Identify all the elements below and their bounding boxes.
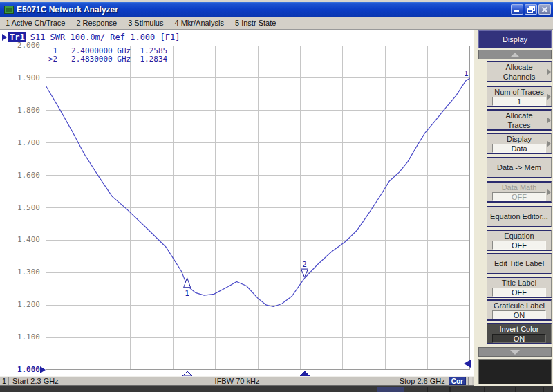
- softkey-label: Invert Color: [487, 324, 551, 334]
- y-axis-label: 1.100: [6, 333, 40, 342]
- taskbar-divider: [484, 387, 485, 392]
- y-axis-label: 2.000: [6, 41, 40, 50]
- softkey-right-arrow-icon: [547, 93, 551, 100]
- y-axis-label: 1.300: [6, 268, 40, 277]
- y-axis-label: 1.800: [6, 106, 40, 115]
- y-axis-label: 1.000: [6, 365, 40, 375]
- softkey-value: ON: [492, 334, 546, 343]
- softkey-scroll-up-button[interactable]: [478, 50, 552, 59]
- up-arrow-icon: [510, 53, 520, 57]
- menu-item-4-mkr-analysis[interactable]: 4 Mkr/Analysis: [169, 17, 229, 28]
- active-trace-arrow-icon: [2, 34, 7, 41]
- svg-text:1: 1: [185, 289, 189, 298]
- y-axis-label: 1.600: [6, 171, 40, 180]
- app-icon: [4, 6, 14, 14]
- instrument-screen: Tr1 S11 SWR 100.0m/ Ref 1.000 [F1] 2.000…: [0, 30, 474, 376]
- correction-badge: Cor: [449, 377, 466, 385]
- title-bar[interactable]: E5071C Network Analyzer: [0, 2, 553, 17]
- softkey-label: Data Math: [487, 183, 551, 192]
- y-axis-label: 1.200: [6, 300, 40, 310]
- softkey-label: Channels: [487, 72, 551, 82]
- softkey-right-arrow-icon: [547, 140, 551, 147]
- taskbar-divider: [427, 387, 428, 392]
- softkey-value: OFF: [492, 241, 546, 250]
- sweep-position-arrow-icon: [464, 360, 471, 368]
- menu-item-3-stimulus[interactable]: 3 Stimulus: [122, 17, 169, 28]
- softkey-graticule-label[interactable]: Graticule LabelON: [487, 299, 552, 321]
- softkey-value: Data: [492, 144, 546, 153]
- softkey-label: Equation Editor...: [487, 207, 551, 225]
- svg-text:2: 2: [302, 260, 307, 269]
- softkey-label: Data -> Mem: [487, 158, 551, 176]
- taskbar-divider: [449, 387, 451, 392]
- softkey-panel-empty-area: [478, 359, 552, 384]
- trace-plot: 112: [46, 46, 470, 370]
- analyzer-window: E5071C Network Analyzer 1 Active Ch/Trac…: [0, 0, 553, 392]
- window-title: E5071C Network Analyzer: [17, 5, 509, 15]
- marker-readout: 1 2.4000000 GHz 1.2585 >2 2.4830000 GHz …: [48, 47, 167, 64]
- softkey-label: Traces: [487, 120, 551, 130]
- status-bar: 1 Start 2.3 GHz IFBW 70 kHz Stop 2.6 GHz…: [0, 376, 474, 386]
- taskbar-divider: [515, 387, 516, 392]
- y-axis-label: 1.400: [6, 235, 40, 245]
- softkey-allocate-channels[interactable]: AllocateChannels: [487, 61, 552, 82]
- softkey-right-arrow-icon: [547, 117, 551, 124]
- reference-level-arrow-icon: [40, 366, 46, 373]
- softkey-value: 1: [492, 97, 546, 106]
- softkey-value: OFF: [492, 192, 546, 201]
- menu-item-1-active-ch-trace[interactable]: 1 Active Ch/Trace: [0, 17, 71, 28]
- softkey-data-math[interactable]: Data MathOFF: [487, 181, 552, 203]
- plot-area: 112: [46, 46, 470, 370]
- status-spacer: [468, 377, 472, 385]
- softkey-label: Title Label: [487, 278, 551, 288]
- restore-button[interactable]: [525, 4, 537, 15]
- taskbar-segment: [377, 387, 404, 392]
- softkey-invert-color[interactable]: Invert ColorON: [487, 323, 552, 344]
- softkey-num-of-traces[interactable]: Num of Traces1: [487, 86, 552, 107]
- y-axis-label: 1.900: [6, 73, 40, 83]
- softkey-equation-editor[interactable]: Equation Editor...: [487, 206, 552, 227]
- softkey-right-arrow-icon: [547, 189, 551, 196]
- softkey-right-arrow-icon: [547, 68, 551, 75]
- minimize-icon: [514, 10, 519, 12]
- close-button[interactable]: [538, 4, 551, 15]
- y-axis-label: 1.500: [6, 203, 40, 213]
- y-axis-label: 1.700: [6, 138, 40, 148]
- softkey-allocate-traces[interactable]: AllocateTraces: [487, 109, 552, 131]
- svg-text:1: 1: [464, 69, 469, 78]
- menu-item-2-response[interactable]: 2 Response: [71, 17, 122, 28]
- stop-frequency: Stop 2.6 GHz: [400, 377, 445, 385]
- taskbar-divider: [543, 387, 544, 392]
- down-arrow-icon: [510, 350, 520, 355]
- softkey-label: Edit Title Label: [487, 254, 551, 272]
- softkey-panel: Display AllocateChannelsNum of Traces1Al…: [474, 30, 553, 386]
- softkey-value: ON: [492, 310, 546, 319]
- softkey-data-mem[interactable]: Data -> Mem: [487, 157, 552, 178]
- softkey-menu-title: Display: [478, 30, 552, 48]
- softkey-scroll-down-button[interactable]: [478, 347, 552, 357]
- minimize-button[interactable]: [511, 4, 523, 15]
- softkey-equation[interactable]: EquationOFF: [487, 230, 552, 251]
- softkey-display[interactable]: DisplayData: [487, 133, 552, 154]
- softkey-label: Allocate: [487, 62, 551, 72]
- softkey-edit-title-label[interactable]: Edit Title Label: [487, 253, 552, 274]
- softkey-label: Allocate: [487, 111, 551, 120]
- taskbar-strip: [0, 386, 553, 392]
- softkey-label: Display: [487, 134, 551, 144]
- softkey-value: OFF: [492, 288, 546, 297]
- trace-parameters: S11 SWR 100.0m/ Ref 1.000 [F1]: [30, 32, 180, 42]
- softkey-label: Equation: [487, 231, 551, 241]
- menu-bar: 1 Active Ch/Trace2 Response3 Stimulus4 M…: [0, 17, 553, 30]
- menu-item-5-instr-state[interactable]: 5 Instr State: [229, 17, 281, 28]
- softkey-label: Num of Traces: [487, 87, 551, 97]
- softkey-label: Graticule Label: [487, 301, 551, 310]
- softkey-title-label[interactable]: Title LabelOFF: [487, 277, 552, 298]
